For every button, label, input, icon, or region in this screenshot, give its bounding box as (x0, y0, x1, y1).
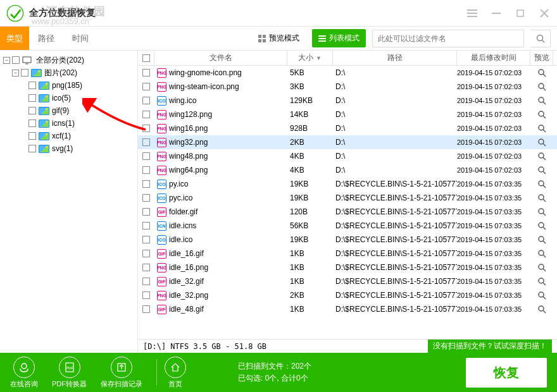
magnifier-icon[interactable] (537, 68, 546, 77)
table-row[interactable]: PNGwing16.png 928B D:\ 2019-04-15 07:02:… (138, 121, 557, 135)
tree-item[interactable]: gif(9) (3, 104, 134, 117)
preview-button[interactable] (530, 138, 553, 147)
row-checkbox[interactable] (142, 111, 150, 118)
preview-button[interactable] (530, 180, 553, 188)
preview-button[interactable] (530, 207, 553, 216)
table-row[interactable]: PNGidle_32.png 2KB D:\$RECYCLE.BIN\S-1-5… (138, 288, 557, 302)
table-row[interactable]: ICNidle.icns 56KB D:\$RECYCLE.BIN\S-1-5-… (138, 219, 557, 233)
tab-path[interactable]: 路径 (29, 27, 63, 50)
table-row[interactable]: GIFidle_16.gif 1KB D:\$RECYCLE.BIN\S-1-5… (138, 247, 557, 260)
deep-scan-tip[interactable]: 没有扫描到文件？试试深度扫描！ (428, 340, 552, 353)
preview-button[interactable] (530, 235, 553, 244)
checkbox[interactable] (21, 69, 28, 77)
row-checkbox[interactable] (142, 83, 150, 90)
preview-button[interactable] (530, 277, 553, 286)
tree-item[interactable]: icns(1) (3, 117, 134, 130)
preview-button[interactable] (530, 110, 553, 119)
list-mode-button[interactable]: 列表模式 (312, 29, 366, 47)
row-checkbox[interactable] (142, 125, 150, 132)
preview-mode-button[interactable]: 预览模式 (252, 29, 306, 47)
checkbox[interactable] (28, 82, 36, 89)
magnifier-icon[interactable] (537, 82, 546, 91)
close-button[interactable] (538, 7, 551, 20)
magnifier-icon[interactable] (537, 180, 546, 188)
row-checkbox[interactable] (142, 305, 150, 313)
table-row[interactable]: PNGwing48.png 4KB D:\ 2019-04-15 07:02:0… (138, 149, 557, 163)
preview-button[interactable] (530, 124, 553, 133)
pdf-converter-button[interactable]: PDF PDF转换器 (52, 357, 87, 389)
magnifier-icon[interactable] (537, 305, 546, 314)
magnifier-icon[interactable] (537, 138, 546, 147)
magnifier-icon[interactable] (537, 193, 546, 202)
preview-button[interactable] (530, 291, 553, 300)
magnifier-icon[interactable] (537, 166, 546, 175)
filter-input[interactable] (372, 30, 524, 47)
checkbox[interactable] (28, 145, 36, 152)
preview-button[interactable] (530, 305, 553, 314)
tree-item[interactable]: xcf(1) (3, 130, 134, 142)
preview-button[interactable] (530, 263, 553, 272)
checkbox[interactable] (12, 56, 20, 64)
online-consult-button[interactable]: 在线咨询 (10, 357, 38, 389)
row-checkbox[interactable] (142, 291, 150, 299)
table-row[interactable]: GIFidle_32.gif 1KB D:\$RECYCLE.BIN\S-1-5… (138, 274, 557, 288)
magnifier-icon[interactable] (537, 221, 546, 230)
magnifier-icon[interactable] (537, 249, 546, 258)
table-row[interactable]: ICOpyc.ico 19KB D:\$RECYCLE.BIN\S-1-5-21… (138, 191, 557, 205)
header-checkbox[interactable] (138, 51, 154, 65)
collapse-icon[interactable]: − (12, 70, 19, 77)
row-checkbox[interactable] (142, 278, 150, 285)
recover-button[interactable]: 恢复 (466, 358, 547, 388)
preview-button[interactable] (530, 96, 553, 105)
magnifier-icon[interactable] (537, 110, 546, 119)
preview-button[interactable] (530, 193, 553, 202)
table-row[interactable]: PNGwing-gnome-icon.png 5KB D:\ 2019-04-1… (138, 66, 557, 80)
magnifier-icon[interactable] (537, 277, 546, 286)
magnifier-icon[interactable] (537, 291, 546, 300)
tree-item[interactable]: ico(5) (3, 92, 134, 104)
table-row[interactable]: ICOidle.ico 19KB D:\$RECYCLE.BIN\S-1-5-2… (138, 233, 557, 247)
row-checkbox[interactable] (142, 180, 150, 188)
magnifier-icon[interactable] (537, 124, 546, 133)
row-checkbox[interactable] (142, 208, 150, 216)
row-checkbox[interactable] (142, 250, 150, 257)
tab-time[interactable]: 时间 (63, 27, 97, 50)
row-checkbox[interactable] (142, 97, 150, 104)
magnifier-icon[interactable] (537, 235, 546, 244)
magnifier-icon[interactable] (537, 152, 546, 161)
header-path[interactable]: 路径 (333, 51, 457, 65)
minimize-button[interactable] (490, 7, 503, 20)
table-row[interactable]: PNGwing128.png 14KB D:\ 2019-04-15 07:02… (138, 107, 557, 121)
preview-button[interactable] (530, 152, 553, 161)
collapse-icon[interactable]: − (3, 57, 10, 64)
row-checkbox[interactable] (142, 264, 150, 271)
save-scan-button[interactable]: 保存扫描记录 (101, 357, 142, 389)
header-mtime[interactable]: 最后修改时间 (457, 51, 530, 65)
checkbox[interactable] (28, 107, 36, 114)
file-rows-container[interactable]: PNGwing-gnome-icon.png 5KB D:\ 2019-04-1… (138, 66, 557, 339)
table-row[interactable]: PNGwing-steam-icon.png 3KB D:\ 2019-04-1… (138, 80, 557, 94)
tree-images[interactable]: − 图片(202) (3, 66, 134, 79)
menu-button[interactable] (466, 7, 479, 20)
row-checkbox[interactable] (142, 236, 150, 243)
table-row[interactable]: GIFfolder.gif 120B D:\$RECYCLE.BIN\S-1-5… (138, 205, 557, 219)
preview-button[interactable] (530, 249, 553, 258)
tree-item[interactable]: png(185) (3, 79, 134, 92)
checkbox[interactable] (28, 94, 36, 102)
table-row[interactable]: GIFidle_48.gif 1KB D:\$RECYCLE.BIN\S-1-5… (138, 302, 557, 316)
preview-button[interactable] (530, 221, 553, 230)
table-row[interactable]: ICOwing.ico 129KB D:\ 2019-04-15 07:02:0… (138, 94, 557, 107)
row-checkbox[interactable] (142, 138, 150, 146)
row-checkbox[interactable] (142, 194, 150, 202)
preview-button[interactable] (530, 82, 553, 91)
filter-search-button[interactable] (530, 30, 551, 47)
row-checkbox[interactable] (142, 166, 150, 174)
preview-button[interactable] (530, 166, 553, 175)
tree-item[interactable]: svg(1) (3, 142, 134, 155)
magnifier-icon[interactable] (537, 96, 546, 105)
row-checkbox[interactable] (142, 152, 150, 160)
checkbox[interactable] (28, 132, 36, 140)
magnifier-icon[interactable] (537, 263, 546, 272)
table-row[interactable]: ICOpy.ico 19KB D:\$RECYCLE.BIN\S-1-5-21-… (138, 177, 557, 191)
preview-button[interactable] (530, 68, 553, 77)
